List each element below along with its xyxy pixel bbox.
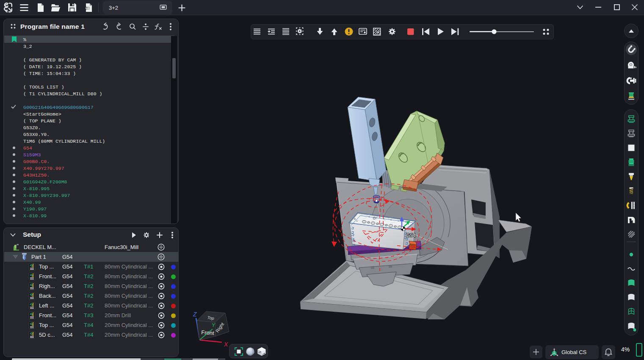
svg-text:Top: Top — [207, 315, 215, 321]
svg-text:Front: Front — [201, 329, 215, 336]
svg-text:Y: Y — [212, 322, 216, 328]
svg-text:X: X — [224, 341, 228, 348]
svg-text:G54: G54 — [406, 233, 416, 238]
svg-text:Z: Z — [193, 311, 197, 318]
